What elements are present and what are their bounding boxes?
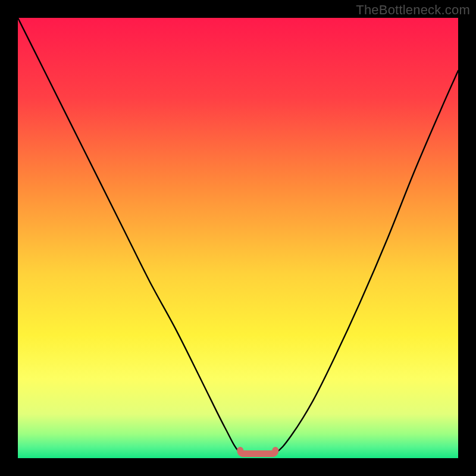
plot-area: [18, 18, 458, 458]
watermark-text: TheBottleneck.com: [356, 2, 470, 18]
bottleneck-curve: [18, 18, 458, 456]
curve-layer: [18, 18, 458, 458]
optimal-range-marker: [240, 450, 275, 454]
chart-frame: TheBottleneck.com: [0, 0, 476, 476]
